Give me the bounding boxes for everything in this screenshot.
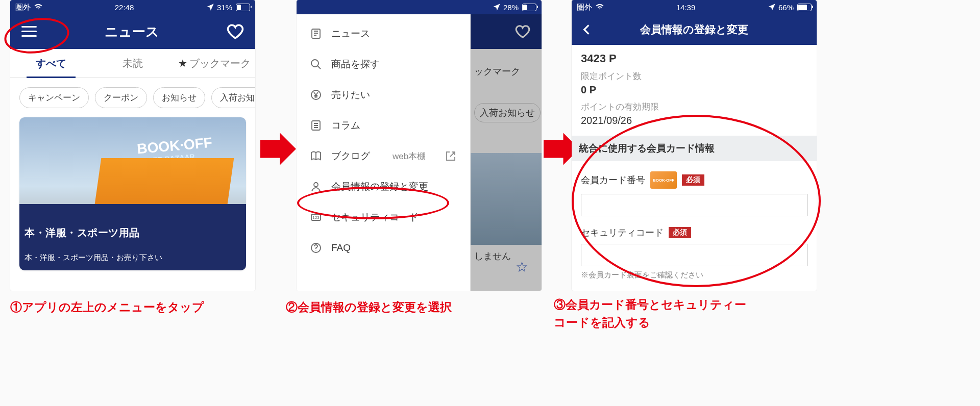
menu-item-news[interactable]: ニュース [297, 18, 470, 49]
chip-stock[interactable]: 入荷お知らせ [211, 87, 255, 108]
menu-label: コラム [331, 119, 360, 132]
page-title: ニュース [105, 23, 159, 41]
question-icon [310, 242, 322, 254]
location-icon [492, 3, 501, 12]
wifi-icon [34, 3, 43, 12]
expire-label: ポイントの有効期限 [581, 101, 807, 113]
screen-drawer: 28% ックマーク 入荷お知らせ しません ☆ ニュース 商品を探す [297, 0, 542, 291]
annotation-text-2: ②会員情報の登録と変更を選択 [286, 298, 452, 316]
menu-item-sell[interactable]: 売りたい [297, 80, 470, 110]
page-header: 会員情報の登録と変更 [572, 14, 817, 45]
search-icon [310, 58, 322, 70]
status-bar: 28% [297, 0, 542, 14]
status-bar: 圏外 14:39 66% [572, 0, 817, 14]
battery-icon [521, 4, 536, 11]
news-icon [310, 28, 322, 40]
limited-points-label: 限定ポイント数 [581, 70, 807, 82]
page-title: 会員情報の登録と変更 [596, 22, 792, 37]
annotation-circle-form [572, 115, 821, 287]
book-icon [310, 150, 322, 162]
status-time: 14:39 [604, 3, 767, 12]
status-battery-pct: 31% [217, 3, 232, 12]
chip-coupon[interactable]: クーポン [95, 87, 147, 108]
chip-notice[interactable]: お知らせ [153, 87, 205, 108]
yen-icon [310, 89, 322, 101]
news-tabs: すべて 未読 ★ブックマーク [10, 49, 255, 78]
status-bar: 圏外 22:48 31% [10, 0, 255, 14]
location-icon [767, 3, 776, 12]
menu-item-column[interactable]: コラム [297, 110, 470, 141]
location-icon [206, 3, 215, 12]
navigation-drawer: ニュース 商品を探す 売りたい コラム ブクログ web本棚 [297, 14, 471, 291]
store-banner-2: 本・洋服・スポーツ用品・お売り下さい [24, 253, 162, 263]
svg-rect-0 [312, 29, 320, 38]
filter-chips: キャンペーン クーポン お知らせ 入荷お知らせ [10, 78, 255, 117]
menu-label: FAQ [331, 242, 351, 253]
menu-label: ニュース [331, 27, 370, 40]
tab-bookmark[interactable]: ★ブックマーク [174, 49, 255, 78]
status-network: 圏外 [15, 3, 31, 12]
svg-text:123: 123 [312, 215, 320, 220]
battery-icon [234, 4, 250, 11]
column-icon [310, 119, 322, 132]
menu-item-booklog[interactable]: ブクログ web本棚 [297, 141, 470, 171]
news-card-image[interactable]: BOOK·OFFSUPER BAZAAR 本・洋服・スポーツ用品 本・洋服・スポ… [19, 117, 246, 270]
tab-unread[interactable]: 未読 [92, 49, 174, 78]
status-time: 22:48 [43, 3, 206, 12]
menu-label: 売りたい [331, 88, 370, 102]
tab-unread-label: 未読 [122, 57, 143, 70]
external-icon [445, 150, 457, 162]
favorite-icon[interactable] [227, 23, 244, 40]
menu-item-search[interactable]: 商品を探す [297, 49, 470, 80]
star-icon: ★ [178, 57, 187, 69]
menu-item-faq[interactable]: FAQ [297, 233, 470, 263]
arrow-1-to-2 [260, 131, 296, 167]
points-value: 3423 P [581, 52, 807, 65]
svg-point-4 [314, 183, 318, 187]
annotation-circle-member [297, 187, 449, 219]
status-battery-pct: 66% [778, 3, 794, 12]
menu-sublabel: web本棚 [393, 150, 426, 162]
menu-label: 商品を探す [331, 58, 380, 71]
tab-bookmark-label: ブックマーク [189, 57, 251, 70]
annotation-text-1: ①アプリの左上のメニューをタップ [10, 298, 204, 316]
status-battery-pct: 28% [503, 3, 519, 12]
store-banner: 本・洋服・スポーツ用品 [24, 226, 140, 240]
chip-campaign[interactable]: キャンペーン [19, 87, 89, 108]
svg-point-1 [311, 60, 318, 67]
limited-points-value: 0 P [581, 84, 807, 96]
wifi-icon [595, 3, 604, 12]
menu-label: ブクログ [331, 149, 370, 163]
annotation-text-3: ③会員カード番号とセキュリティーコードを記入する [554, 296, 746, 331]
status-network: 圏外 [577, 3, 592, 12]
drawer-scrim[interactable] [470, 14, 542, 291]
tab-all[interactable]: すべて [10, 49, 92, 78]
back-icon[interactable] [580, 23, 593, 36]
battery-icon [796, 4, 812, 11]
tab-all-label: すべて [36, 57, 66, 70]
